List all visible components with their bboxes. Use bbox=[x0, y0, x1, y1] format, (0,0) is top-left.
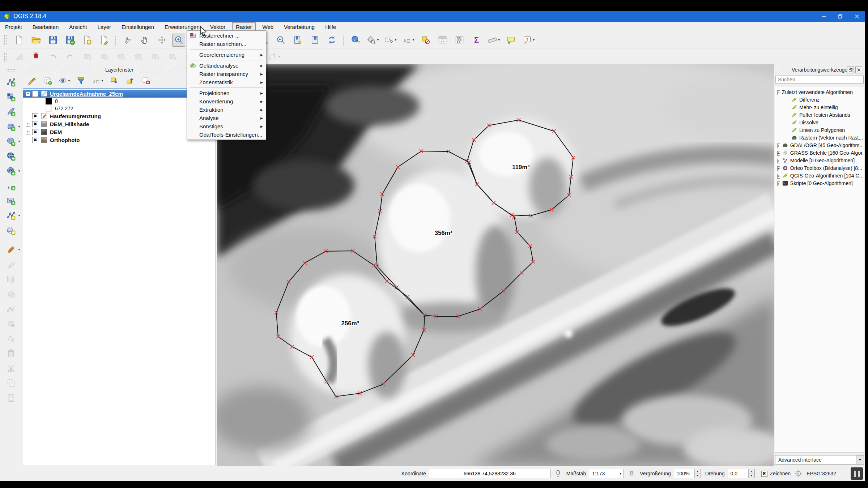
layer-checkbox-checked[interactable]: ✖ bbox=[32, 113, 38, 119]
stop-render-button[interactable] bbox=[851, 467, 863, 480]
chevron-down-icon[interactable]: ▼ bbox=[101, 79, 104, 82]
add-wfs-button[interactable]: ▼ bbox=[5, 165, 17, 177]
algorithm-row[interactable]: Dissolve bbox=[775, 119, 864, 126]
algorithm-row[interactable]: Rastern (Vektor nach Rast... bbox=[775, 134, 864, 141]
current-edits-button[interactable]: ▼ bbox=[5, 243, 17, 256]
save-button[interactable] bbox=[46, 34, 59, 47]
chevron-down-icon[interactable]: ▼ bbox=[68, 79, 71, 82]
chevron-down-icon[interactable]: ▼ bbox=[18, 248, 21, 251]
folder-open-button[interactable] bbox=[29, 34, 42, 47]
chevron-down-icon[interactable]: ▼ bbox=[18, 214, 21, 217]
add-vector-button[interactable] bbox=[5, 76, 17, 88]
fill-ring-button[interactable] bbox=[148, 50, 161, 63]
spin-up-icon[interactable]: ▲ bbox=[695, 469, 701, 474]
track-mouse-icon[interactable] bbox=[554, 470, 562, 478]
layer-checkbox-checked[interactable]: ✖ bbox=[32, 137, 38, 143]
add-ring-button[interactable] bbox=[114, 50, 127, 63]
add-feature-button[interactable] bbox=[5, 288, 17, 300]
expand-icon[interactable]: + bbox=[777, 151, 780, 156]
menu-einstellungen[interactable]: Einstellungen bbox=[118, 22, 158, 31]
raster-menu-item-8[interactable]: Extraktion▶ bbox=[188, 106, 265, 114]
add-raster-button[interactable] bbox=[5, 91, 17, 103]
layer-styling-button[interactable] bbox=[26, 75, 38, 86]
bookmark-show-button[interactable] bbox=[308, 34, 321, 47]
pan-selection-button[interactable] bbox=[155, 34, 168, 47]
chevron-down-icon[interactable]: ▼ bbox=[278, 55, 281, 58]
chevron-down-icon[interactable]: ▼ bbox=[376, 38, 379, 42]
add-wms-button[interactable] bbox=[5, 150, 17, 162]
coordinate-input[interactable] bbox=[429, 469, 550, 478]
add-part-button[interactable] bbox=[131, 50, 144, 63]
add-oracle-button[interactable]: ▼ bbox=[5, 135, 17, 147]
expand-icon[interactable]: + bbox=[26, 130, 30, 134]
menu-vektor[interactable]: Vektor bbox=[207, 22, 229, 31]
add-postgis-button[interactable]: ▼ bbox=[5, 120, 17, 133]
menu-verarbeitung[interactable]: Verarbeitung bbox=[280, 22, 318, 31]
raster-menu-item-7[interactable]: Konvertierung▶ bbox=[188, 97, 265, 106]
expand-icon[interactable]: + bbox=[777, 174, 780, 179]
render-checkbox[interactable]: ✖ Zeichnen bbox=[761, 471, 791, 477]
chevron-down-icon[interactable]: ▼ bbox=[617, 469, 624, 478]
menu-erweiterungen[interactable]: Erweiterungen bbox=[161, 22, 203, 31]
bookmark-new-button[interactable] bbox=[291, 34, 304, 47]
copy-features-button[interactable] bbox=[5, 377, 17, 389]
simplify-feature-button[interactable] bbox=[97, 50, 110, 63]
manage-visibility-button[interactable]: ▼ bbox=[58, 75, 71, 86]
paste-features-button[interactable] bbox=[5, 391, 17, 404]
select-form-button[interactable]: ▼ bbox=[366, 34, 380, 47]
algorithm-row[interactable]: +Orfeo Toolbox (Bildanalyse) [8... bbox=[775, 164, 864, 172]
remove-layer-button[interactable] bbox=[140, 75, 152, 86]
add-virtual-button[interactable] bbox=[5, 194, 17, 207]
expand-icon[interactable]: + bbox=[777, 181, 780, 186]
sigma-button[interactable]: Σ bbox=[470, 34, 483, 47]
collapse-icon[interactable]: − bbox=[26, 91, 30, 96]
redo-button[interactable] bbox=[63, 50, 76, 63]
magnet-button[interactable] bbox=[29, 50, 42, 63]
new-gpx-button[interactable] bbox=[5, 224, 17, 236]
file-new-button[interactable] bbox=[12, 34, 25, 47]
raster-menu-item-5[interactable]: Zonenstatistik▶ bbox=[188, 78, 265, 86]
filter-legend-button[interactable] bbox=[75, 75, 87, 86]
add-group-button[interactable] bbox=[42, 75, 54, 86]
zoom-last-button[interactable] bbox=[274, 34, 287, 47]
new-shapefile-button[interactable]: ▼ bbox=[5, 209, 17, 222]
menu-projekt[interactable]: Projekt bbox=[1, 22, 26, 31]
close-panel-button[interactable] bbox=[855, 67, 862, 73]
add-spatialite-button[interactable] bbox=[5, 106, 17, 118]
rotate-feature-button[interactable] bbox=[80, 50, 93, 63]
algorithm-row[interactable]: Puffer festen Abstands bbox=[775, 111, 864, 119]
map-tips-button[interactable] bbox=[505, 34, 518, 47]
crs-globe-icon[interactable] bbox=[794, 470, 802, 478]
attribute-table-button[interactable] bbox=[436, 34, 449, 47]
interface-mode-select[interactable]: Advanced interface ▼ bbox=[775, 455, 864, 465]
menu-layer[interactable]: Layer bbox=[94, 22, 115, 31]
checkbox-checked-icon[interactable]: ✖ bbox=[761, 471, 767, 477]
select-expression-button[interactable]: ε▼ bbox=[401, 34, 415, 47]
raster-menu-item-9[interactable]: Analyse▶ bbox=[188, 114, 265, 122]
chevron-down-icon[interactable]: ▼ bbox=[856, 455, 864, 464]
collapse-all-button[interactable] bbox=[124, 75, 136, 86]
move-feature-button[interactable] bbox=[5, 317, 17, 330]
title-bar[interactable]: QGIS 2.18.4 bbox=[0, 11, 865, 22]
vertex-tool-button[interactable] bbox=[5, 332, 17, 344]
chevron-down-icon[interactable]: ▼ bbox=[532, 38, 535, 42]
delete-ring-button[interactable] bbox=[165, 50, 178, 63]
expand-icon[interactable]: + bbox=[26, 122, 30, 127]
algorithm-row[interactable]: +Modelle [0 Geo-Algorithmen] bbox=[775, 157, 864, 164]
touch-button[interactable] bbox=[121, 34, 134, 47]
layer-checkbox-checked[interactable]: ✖ bbox=[32, 129, 38, 135]
magnifier-stepper[interactable]: 100% ▲▼ bbox=[674, 469, 701, 478]
chevron-down-icon[interactable]: ▼ bbox=[18, 170, 21, 173]
rotation-stepper[interactable]: 0,0 ▲▼ bbox=[728, 469, 755, 478]
algorithm-row[interactable]: Differenz bbox=[775, 96, 864, 103]
menu-web[interactable]: Web bbox=[259, 22, 277, 31]
expand-icon[interactable]: + bbox=[777, 159, 780, 163]
raster-menu-item-2[interactable]: Georeferenzierung▶ bbox=[188, 51, 265, 59]
identify-button[interactable]: i bbox=[349, 34, 362, 47]
rotate-label-button[interactable]: ▼ bbox=[267, 50, 281, 63]
raster-menu-item-6[interactable]: Projektionen▶ bbox=[188, 89, 265, 97]
algorithm-row[interactable]: Linien zu Polygonen bbox=[775, 126, 864, 134]
scale-select[interactable]: 1:173 ▼ bbox=[589, 469, 624, 478]
pan-hand-button[interactable] bbox=[138, 34, 151, 47]
toggle-editing-button[interactable] bbox=[5, 258, 17, 270]
